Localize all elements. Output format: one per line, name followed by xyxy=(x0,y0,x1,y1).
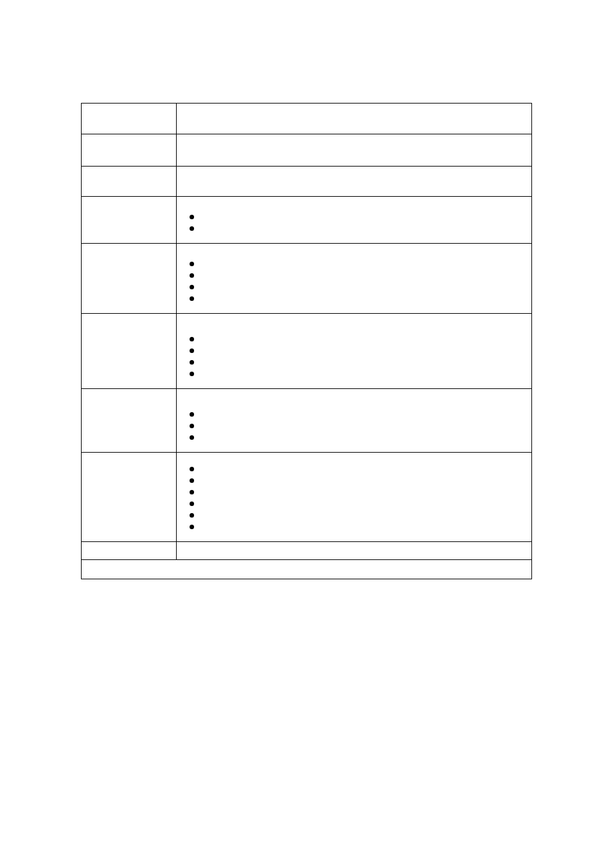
table-row xyxy=(82,388,531,452)
row-label xyxy=(82,542,177,559)
row-content xyxy=(177,134,531,166)
row-label xyxy=(82,104,177,134)
row-content xyxy=(177,244,531,313)
table-row xyxy=(82,196,531,243)
bullet-item xyxy=(183,356,525,368)
row-label xyxy=(82,167,177,196)
row-content xyxy=(177,104,531,134)
bullet-item xyxy=(183,293,525,304)
row-content xyxy=(177,453,531,541)
row-label xyxy=(82,197,177,243)
row-label xyxy=(82,134,177,166)
row-content xyxy=(177,389,531,452)
bullet-item xyxy=(183,521,525,532)
bullet-item xyxy=(183,408,525,420)
bullet-item xyxy=(183,269,525,281)
bullet-item xyxy=(183,333,525,345)
bullet-item xyxy=(183,463,525,475)
bullet-list xyxy=(183,408,525,443)
row-content xyxy=(177,167,531,196)
bullet-item xyxy=(183,222,525,234)
bullet-item xyxy=(183,498,525,509)
bullet-list xyxy=(183,333,525,379)
table-row xyxy=(82,541,531,559)
table-row xyxy=(82,166,531,196)
bullet-list xyxy=(183,211,525,234)
bullet-item xyxy=(183,420,525,431)
bullet-item xyxy=(183,509,525,521)
table-row xyxy=(82,134,531,166)
bullet-list xyxy=(183,258,525,304)
bullet-item xyxy=(183,211,525,222)
row-content xyxy=(177,314,531,388)
row-content xyxy=(82,560,531,579)
table-row xyxy=(82,104,531,134)
row-content xyxy=(177,197,531,243)
document-table xyxy=(81,103,532,579)
row-label xyxy=(82,453,177,541)
bullet-item xyxy=(183,486,525,498)
row-label xyxy=(82,389,177,452)
row-label xyxy=(82,314,177,388)
bullet-item xyxy=(183,431,525,443)
row-content xyxy=(177,542,531,559)
bullet-item xyxy=(183,258,525,269)
row-label xyxy=(82,244,177,313)
table-row xyxy=(82,243,531,313)
bullet-item xyxy=(183,281,525,293)
table-row xyxy=(82,559,531,579)
bullet-list xyxy=(183,463,525,532)
table-row xyxy=(82,452,531,541)
bullet-item xyxy=(183,475,525,486)
bullet-item xyxy=(183,345,525,356)
table-row xyxy=(82,313,531,388)
bullet-item xyxy=(183,368,525,379)
